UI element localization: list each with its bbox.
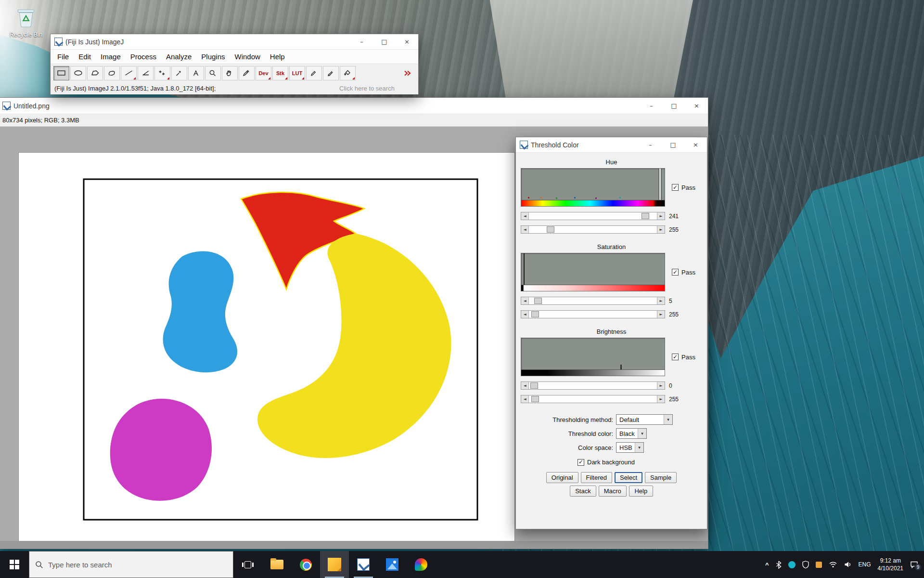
taskbar: Type here to search ^ (0, 551, 924, 578)
threshold-color-dialog: Threshold Color – □ × Hue ✓ Pass (515, 137, 707, 529)
onedrive-icon[interactable] (788, 561, 796, 568)
thresholding-method-label: Thresholding method: (521, 416, 613, 423)
start-button[interactable] (0, 551, 29, 578)
imagej-search[interactable]: Click here to search (339, 85, 395, 92)
saturation-min-slider[interactable]: ◄ ► (521, 297, 665, 305)
hue-histogram (521, 168, 665, 207)
line-tool[interactable] (121, 66, 137, 80)
sample-button[interactable]: Sample (645, 472, 677, 483)
menu-window[interactable]: Window (230, 51, 265, 63)
rectangle-tool[interactable] (53, 66, 69, 80)
text-tool[interactable] (188, 66, 204, 80)
angle-tool[interactable] (138, 66, 154, 80)
brightness-pass: ✓ Pass (672, 354, 695, 361)
minimize-button[interactable]: – (640, 98, 663, 114)
volume-icon[interactable] (844, 561, 852, 568)
menu-plugins[interactable]: Plugins (196, 51, 230, 63)
threshold-title: Threshold Color (531, 141, 579, 149)
magenta-shape[interactable] (110, 399, 212, 501)
hue-min-value: 241 (669, 213, 679, 220)
sticky-notes-button[interactable] (320, 551, 349, 578)
dropdown-arrow-icon: ▾ (638, 429, 646, 438)
lut-tool[interactable]: LUT (289, 66, 305, 80)
menu-analyze[interactable]: Analyze (161, 51, 196, 63)
image-window-titlebar[interactable]: Untitled.png – □ × (0, 98, 708, 114)
color-picker-tool[interactable] (239, 66, 255, 80)
close-button[interactable]: × (685, 98, 708, 114)
color-space-select[interactable]: HSB ▾ (616, 442, 644, 453)
minimize-button[interactable]: – (350, 34, 373, 49)
saturation-pass-label: Pass (681, 269, 695, 276)
hue-max-value: 255 (669, 226, 679, 233)
wifi-icon[interactable] (829, 561, 837, 568)
saturation-pass-checkbox[interactable]: ✓ (672, 269, 679, 276)
fiji-button[interactable] (407, 551, 436, 578)
imagej-taskbar-button[interactable] (349, 551, 378, 578)
wand-tool[interactable] (171, 66, 187, 80)
recycle-bin[interactable]: Recycle Bin (6, 7, 46, 38)
freehand-tool[interactable] (104, 66, 120, 80)
menu-help[interactable]: Help (265, 51, 290, 63)
security-shield-icon[interactable] (802, 561, 809, 568)
photos-button[interactable] (378, 551, 407, 578)
brightness-gradient-bar (521, 369, 665, 376)
maximize-button[interactable]: □ (662, 137, 684, 152)
hue-pass-checkbox[interactable]: ✓ (672, 184, 679, 191)
dropdown-arrow-icon: ▾ (635, 443, 643, 452)
brightness-pass-checkbox[interactable]: ✓ (672, 354, 679, 360)
minimize-button[interactable]: – (639, 137, 662, 152)
macro-button[interactable]: Macro (599, 486, 627, 497)
image-canvas[interactable] (19, 153, 514, 544)
filtered-button[interactable]: Filtered (581, 472, 612, 483)
brush-tool[interactable] (323, 66, 339, 80)
file-explorer-button[interactable] (262, 551, 291, 578)
stack-button[interactable]: Stack (570, 486, 596, 497)
help-button[interactable]: Help (629, 486, 653, 497)
saturation-pass: ✓ Pass (672, 269, 695, 276)
close-button[interactable]: × (396, 34, 418, 49)
brightness-max-slider[interactable]: ◄ ► (521, 395, 665, 403)
hidden-icons-chevron[interactable]: ^ (765, 561, 769, 568)
fill-tool[interactable] (340, 66, 356, 80)
threshold-color-select[interactable]: Black ▾ (616, 428, 647, 439)
windows-logo-icon (10, 560, 19, 569)
zoom-tool[interactable] (205, 66, 221, 80)
system-tray: ^ ENG 9:12 am 4/10/2021 9 (765, 551, 924, 578)
taskbar-clock[interactable]: 9:12 am 4/10/2021 (878, 557, 903, 572)
thresholding-method-select[interactable]: Default ▾ (616, 414, 673, 425)
original-button[interactable]: Original (546, 472, 578, 483)
tray-app-icon[interactable] (816, 562, 822, 568)
hue-min-slider[interactable]: ◄ ► (521, 212, 665, 220)
maximize-button[interactable]: □ (663, 98, 685, 114)
maximize-button[interactable]: □ (373, 34, 396, 49)
saturation-max-slider[interactable]: ◄ ► (521, 310, 665, 318)
select-button[interactable]: Select (615, 472, 642, 483)
dark-background-checkbox[interactable]: ✓ (578, 459, 584, 466)
taskbar-search[interactable]: Type here to search (29, 551, 233, 578)
menu-edit[interactable]: Edit (74, 51, 96, 63)
menu-image[interactable]: Image (96, 51, 126, 63)
stk-tool[interactable]: Stk (272, 66, 288, 80)
hand-tool[interactable] (222, 66, 238, 80)
brightness-max-value: 255 (669, 396, 679, 403)
close-button[interactable]: × (684, 137, 707, 152)
hue-max-slider[interactable]: ◄ ► (521, 225, 665, 234)
brightness-min-slider[interactable]: ◄ ► (521, 381, 665, 390)
language-indicator[interactable]: ENG (859, 561, 871, 568)
pencil-tool[interactable] (306, 66, 322, 80)
action-center-button[interactable]: 9 (910, 561, 918, 568)
imagej-icon (2, 102, 11, 110)
menu-process[interactable]: Process (126, 51, 161, 63)
more-tools-button[interactable] (399, 66, 415, 80)
imagej-titlebar[interactable]: (Fiji Is Just) ImageJ – □ × (51, 34, 418, 50)
chrome-button[interactable] (291, 551, 320, 578)
bluetooth-icon[interactable] (776, 561, 782, 569)
task-view-button[interactable] (233, 551, 262, 578)
dev-tool[interactable]: Dev (256, 66, 271, 80)
brightness-label: Brightness (521, 328, 702, 335)
polygon-tool[interactable] (87, 66, 103, 80)
oval-tool[interactable] (70, 66, 86, 80)
threshold-titlebar[interactable]: Threshold Color – □ × (516, 137, 707, 153)
point-tool[interactable] (154, 66, 170, 80)
menu-file[interactable]: File (52, 51, 74, 63)
